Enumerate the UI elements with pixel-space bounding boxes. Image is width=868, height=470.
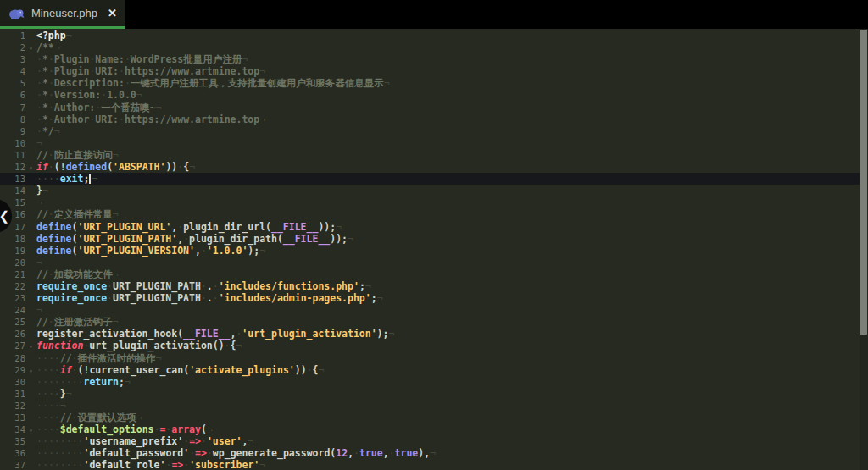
code-text: //·加载功能文件¬ <box>36 268 860 280</box>
fold-spacer <box>25 186 36 198</box>
fold-spacer <box>25 151 36 163</box>
fold-arrow-icon[interactable]: ▾ <box>25 163 36 174</box>
close-icon[interactable]: ✕ <box>108 7 117 19</box>
line-number: 5 <box>0 77 25 89</box>
line-number: 34 <box>0 423 25 435</box>
code-text: ·*/¬ <box>36 125 860 137</box>
code-line-37[interactable]: 37 ········'default_role'·=>·'subscriber… <box>0 459 860 470</box>
code-text: ····exit;¬ <box>36 173 860 185</box>
editor-window: Mineuser.php ✕ 1 <?php¬2▾/**¬3 ·*·Plugin… <box>0 0 868 470</box>
code-editor[interactable]: 1 <?php¬2▾/**¬3 ·*·Plugin·Name:·WordPres… <box>0 29 868 470</box>
fold-arrow-icon[interactable]: ▾ <box>25 366 36 378</box>
fold-spacer <box>25 354 36 366</box>
code-line-34[interactable]: 34▾····$default_options·=·array(¬ <box>0 423 860 435</box>
code-line-12[interactable]: 12▾if·(!defined('ABSPATH'))·{¬ <box>0 161 860 173</box>
code-text: ····}¬ <box>36 388 860 400</box>
code-line-9[interactable]: 9 ·*/¬ <box>0 125 860 137</box>
line-number: 30 <box>0 376 25 388</box>
code-line-21[interactable]: 21 //·加载功能文件¬ <box>0 268 860 280</box>
code-line-33[interactable]: 33 ····//·设置默认选项¬ <box>0 412 860 423</box>
code-line-16[interactable]: 16 //·定义插件常量¬ <box>0 208 860 220</box>
code-line-4[interactable]: 4 ·*·Plugin·URI:·https://www.artmine.top… <box>0 65 860 77</box>
fold-spacer <box>25 270 36 282</box>
code-line-8[interactable]: 8 ·*·Author·URI:·https://www.artmine.top… <box>0 113 860 125</box>
code-line-17[interactable]: 17 define('URT_PLUGIN_URL',·plugin_dir_u… <box>0 221 860 233</box>
code-line-27[interactable]: 27▾function·urt_plugin_activation()·{¬ <box>0 340 860 351</box>
code-line-13[interactable]: 13 ····exit;¬ <box>0 173 860 185</box>
fold-spacer <box>25 139 36 151</box>
code-text: //·注册激活钩子¬ <box>36 316 860 328</box>
code-text: ¬ <box>36 257 860 268</box>
code-text: if·(!defined('ABSPATH'))·{¬ <box>36 161 860 173</box>
code-line-1[interactable]: 1 <?php¬ <box>0 30 860 41</box>
code-line-31[interactable]: 31 ····}¬ <box>0 388 860 400</box>
code-line-6[interactable]: 6 ·*·Version:·1.0.0¬ <box>0 89 860 101</box>
line-number: 21 <box>0 268 25 280</box>
code-line-25[interactable]: 25 //·注册激活钩子¬ <box>0 316 860 328</box>
fold-spacer <box>25 79 36 91</box>
code-line-11[interactable]: 11 //·防止直接访问¬ <box>0 149 860 161</box>
line-number: 29 <box>0 364 25 376</box>
code-line-20[interactable]: 20 ¬ <box>0 257 860 268</box>
code-line-23[interactable]: 23 require_once·URT_PLUGIN_PATH·.·'inclu… <box>0 292 860 304</box>
line-number: 2 <box>0 41 25 53</box>
code-line-19[interactable]: 19 define('URT_PLUGIN_VERSION',·'1.0.0')… <box>0 245 860 257</box>
code-line-7[interactable]: 7 ·*·Author:·一个番茄噢~¬ <box>0 102 860 113</box>
line-number: 12 <box>0 161 25 173</box>
code-text: ·*·Description:·一键式用户注册工具，支持批量创建用户和服务器信息… <box>36 77 860 89</box>
fold-arrow-icon[interactable]: ▾ <box>25 425 36 437</box>
code-text: ····//·插件激活时的操作¬ <box>36 352 860 364</box>
code-line-36[interactable]: 36 ········'default_password'·=>·wp_gene… <box>0 447 860 459</box>
fold-spacer <box>25 91 36 102</box>
fold-spacer <box>25 449 36 461</box>
line-number: 36 <box>0 447 25 459</box>
line-number: 3 <box>0 53 25 65</box>
fold-spacer <box>25 390 36 401</box>
code-line-30[interactable]: 30 ········return;¬ <box>0 376 860 388</box>
code-text: ·*·Author:·一个番茄噢~¬ <box>36 102 860 113</box>
code-line-14[interactable]: 14 }¬ <box>0 185 860 196</box>
fold-spacer <box>25 198 36 210</box>
code-text: ¬ <box>36 304 860 316</box>
code-line-29[interactable]: 29▾····if·(!current_user_can('activate_p… <box>0 364 860 376</box>
code-line-10[interactable]: 10 ¬ <box>0 137 860 149</box>
chevron-left-icon: ❮ <box>0 208 9 224</box>
code-line-24[interactable]: 24 ¬ <box>0 304 860 316</box>
fold-spacer <box>25 115 36 127</box>
tab-bar: Mineuser.php ✕ <box>0 0 868 29</box>
fold-arrow-icon[interactable]: ▾ <box>25 341 36 353</box>
code-line-28[interactable]: 28 ····//·插件激活时的操作¬ <box>0 352 860 364</box>
code-text: ·*·Version:·1.0.0¬ <box>36 89 860 101</box>
vertical-scrollbar[interactable] <box>860 29 868 470</box>
code-text: define('URT_PLUGIN_PATH',·plugin_dir_pat… <box>36 233 860 245</box>
line-number: 13 <box>0 173 25 185</box>
code-line-22[interactable]: 22 require_once·URT_PLUGIN_PATH·.·'inclu… <box>0 280 860 292</box>
fold-spacer <box>25 282 36 294</box>
code-text: ·*·Plugin·Name:·WordPress批量用户注册¬ <box>36 53 860 65</box>
code-text: ¬ <box>36 137 860 149</box>
fold-spacer <box>25 401 36 413</box>
fold-spacer <box>25 210 36 222</box>
code-text: require_once·URT_PLUGIN_PATH·.·'includes… <box>36 280 860 292</box>
code-line-26[interactable]: 26 register_activation_hook(__FILE__,·'u… <box>0 328 860 340</box>
fold-spacer <box>25 103 36 115</box>
line-number: 25 <box>0 316 25 328</box>
code-line-35[interactable]: 35 ········'username_prefix'·=>·'user',¬ <box>0 435 860 447</box>
fold-spacer <box>25 223 36 235</box>
tab-title: Mineuser.php <box>31 7 101 19</box>
fold-arrow-icon[interactable]: ▾ <box>25 43 36 55</box>
line-number: 32 <box>0 400 25 412</box>
code-line-2[interactable]: 2▾/**¬ <box>0 41 860 53</box>
line-number: 1 <box>0 30 25 41</box>
line-number: 7 <box>0 102 25 113</box>
fold-spacer <box>25 461 36 470</box>
code-line-32[interactable]: 32 ····¬ <box>0 400 860 412</box>
code-line-15[interactable]: 15 ¬ <box>0 196 860 208</box>
tab-mineuser-php[interactable]: Mineuser.php ✕ <box>0 0 125 29</box>
code-line-18[interactable]: 18 define('URT_PLUGIN_PATH',·plugin_dir_… <box>0 233 860 245</box>
scrollbar-thumb[interactable] <box>860 30 867 335</box>
code-line-3[interactable]: 3 ·*·Plugin·Name:·WordPress批量用户注册¬ <box>0 53 860 65</box>
code-line-5[interactable]: 5 ·*·Description:·一键式用户注册工具，支持批量创建用户和服务器… <box>0 77 860 89</box>
code-text: ····if·(!current_user_can('activate_plug… <box>36 364 860 376</box>
line-number: 19 <box>0 245 25 257</box>
